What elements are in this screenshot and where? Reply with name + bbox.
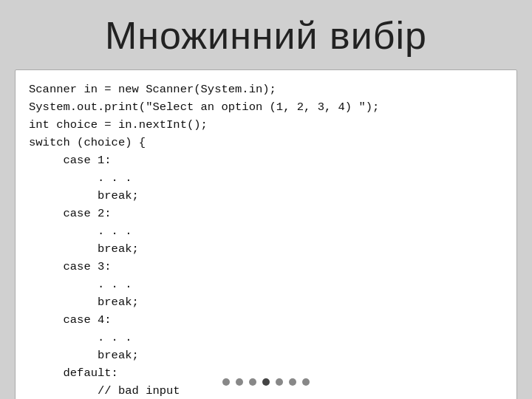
nav-dot-6[interactable]: [302, 378, 310, 386]
nav-dot-5[interactable]: [289, 378, 296, 386]
slide-title: Множинний вибір: [22, 13, 510, 58]
code-box: Scanner in = new Scanner(System.in); Sys…: [15, 69, 517, 399]
nav-dot-2[interactable]: [249, 378, 256, 386]
code-content: Scanner in = new Scanner(System.in); Sys…: [29, 81, 503, 399]
nav-dot-3[interactable]: [262, 378, 270, 386]
nav-dot-4[interactable]: [276, 378, 283, 386]
nav-dot-1[interactable]: [236, 378, 243, 386]
nav-dot-0[interactable]: [222, 378, 230, 386]
bottom-dots: [222, 378, 310, 386]
title-area: Множинний вибір: [0, 0, 532, 66]
